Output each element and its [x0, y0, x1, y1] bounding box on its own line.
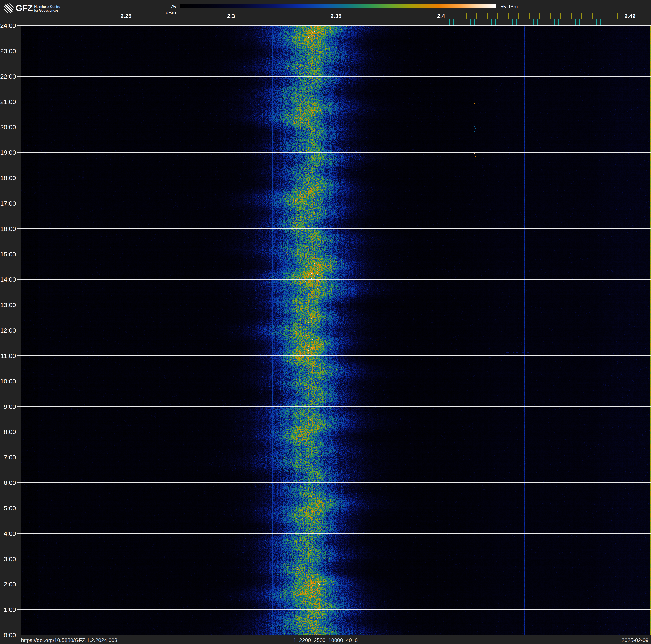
time-label: 16:00 [0, 225, 16, 232]
ble-channel-tick [600, 19, 601, 26]
time-label: 21:00 [0, 98, 16, 106]
wifi-channel-tick [560, 13, 561, 19]
ble-channel-tick [478, 19, 479, 26]
time-label: 24:00 [0, 22, 16, 29]
wifi-channel-tick [550, 13, 551, 19]
time-tick [17, 279, 21, 280]
freq-major-tick [231, 19, 231, 25]
freq-minor-tick [420, 19, 420, 25]
freq-tick-label: 2.25 [114, 13, 138, 20]
ble-channel-tick [567, 19, 567, 26]
freq-tick-label: 2.3 [218, 13, 244, 20]
hour-gridline [21, 381, 651, 381]
ble-channel-tick [584, 19, 584, 26]
time-tick [17, 101, 21, 102]
hour-gridline [21, 254, 651, 254]
hour-gridline [21, 51, 651, 51]
time-tick [17, 559, 21, 559]
stage: GFZ Helmholtz Centre for Geosciences -75… [0, 0, 651, 644]
ble-channel-tick [579, 19, 580, 26]
freq-tick-label: 2.49 [617, 13, 643, 20]
time-label: 22:00 [0, 73, 16, 80]
hour-gridline [21, 406, 651, 407]
time-label: 5:00 [0, 505, 16, 512]
colorbar [180, 4, 496, 8]
colorbar-max-label: -55 dBm [499, 4, 518, 10]
freq-minor-tick [252, 19, 252, 25]
ble-channel-tick [550, 19, 550, 26]
ble-channel-tick [504, 19, 504, 26]
ble-channel-tick [563, 19, 563, 26]
time-tick [17, 533, 21, 534]
freq-tick-label: 2.4 [428, 13, 454, 20]
ble-channel-tick [529, 19, 529, 26]
time-label: 0:00 [0, 632, 16, 639]
time-tick [17, 584, 21, 584]
time-tick [17, 457, 21, 457]
ble-channel-tick [609, 19, 609, 26]
hour-gridline [21, 635, 651, 635]
wifi-channel-tick [476, 13, 477, 19]
freq-minor-tick [357, 19, 357, 25]
wifi-channel-tick [466, 13, 467, 19]
ble-channel-tick [487, 19, 488, 26]
freq-minor-tick [105, 19, 105, 25]
freq-major-tick [336, 19, 336, 25]
time-tick [17, 254, 21, 254]
gfz-logo-name-line2: for Geosciences [34, 9, 60, 12]
ble-channel-tick [525, 19, 525, 26]
freq-minor-tick [84, 19, 84, 25]
time-label: 20:00 [0, 124, 16, 131]
time-tick [17, 229, 21, 229]
time-label: 11:00 [0, 352, 16, 359]
hour-gridline [21, 101, 651, 102]
freq-minor-tick [294, 19, 294, 25]
ble-channel-tick [512, 19, 513, 26]
wifi-channel-tick [487, 13, 488, 19]
gfz-logo-name: Helmholtz Centre for Geosciences [34, 5, 60, 12]
footer-date: 2025-02-09 [622, 637, 649, 643]
time-label: 1:00 [0, 606, 16, 613]
ble-channel-tick [458, 19, 458, 26]
time-label: 17:00 [0, 200, 16, 207]
freq-minor-tick [273, 19, 273, 25]
ble-channel-tick [454, 19, 454, 26]
time-tick [17, 355, 21, 356]
freq-minor-tick [315, 19, 315, 25]
freq-major-tick [441, 19, 441, 25]
time-tick [17, 178, 21, 178]
ble-channel-tick [588, 19, 588, 26]
time-tick [17, 406, 21, 407]
hour-gridline [21, 584, 651, 584]
freq-minor-tick [189, 19, 189, 25]
colorbar-min-label: -75 dBm [158, 4, 176, 16]
hour-gridline [21, 482, 651, 483]
time-label: 3:00 [0, 556, 16, 563]
time-tick [17, 508, 21, 508]
freq-tick-label: 2.35 [323, 13, 349, 20]
ble-channel-tick [470, 19, 471, 26]
ble-channel-tick [575, 19, 576, 26]
gfz-logo-name-line1: Helmholtz Centre [34, 5, 60, 9]
ble-channel-tick [517, 19, 517, 26]
ble-channel-tick [474, 19, 475, 26]
time-label: 18:00 [0, 174, 16, 182]
time-tick [17, 51, 21, 51]
time-tick [17, 152, 21, 153]
time-tick [17, 203, 21, 203]
time-label: 19:00 [0, 149, 16, 156]
ble-channel-tick [521, 19, 521, 26]
freq-minor-tick [42, 19, 42, 25]
ble-channel-tick [445, 19, 445, 26]
time-label: 13:00 [0, 301, 16, 309]
freq-minor-tick [399, 19, 399, 25]
time-label: 14:00 [0, 276, 16, 283]
wifi-channel-tick [529, 13, 530, 19]
ble-channel-tick [466, 19, 466, 26]
freq-major-tick [630, 19, 630, 25]
freq-minor-tick [63, 19, 63, 25]
hour-gridline [21, 508, 651, 508]
ble-channel-tick [533, 19, 534, 26]
hour-gridline [21, 330, 651, 330]
wifi-channel-tick [571, 13, 571, 19]
